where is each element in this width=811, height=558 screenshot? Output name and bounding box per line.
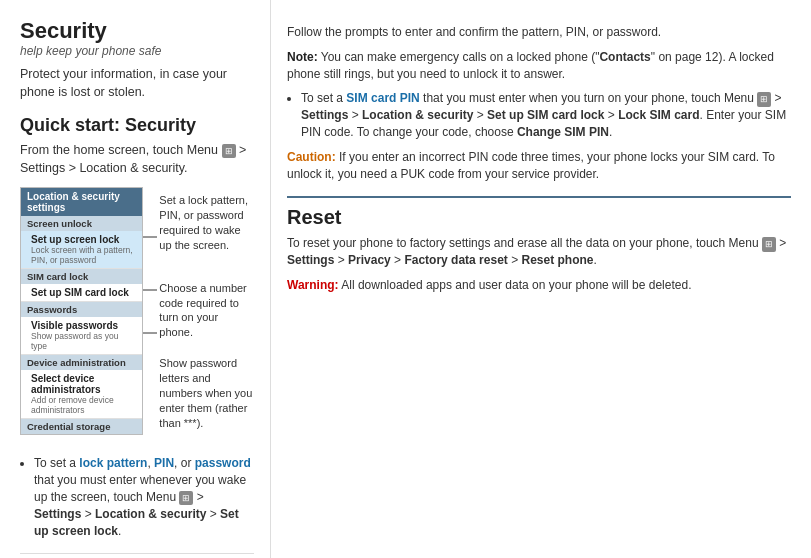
page-title: Security (20, 18, 254, 44)
phone-section-credential: Credential storage (21, 419, 142, 434)
phone-item-visible-passwords: Visible passwords Show password as you t… (21, 317, 142, 355)
lock-pattern-link[interactable]: lock pattern (79, 456, 147, 470)
warning-text: All downloaded apps and user data on you… (341, 278, 691, 292)
annotation-wrapper: Location & security settings Screen unlo… (20, 187, 254, 445)
phone-section-passwords: Passwords (21, 302, 142, 317)
subtitle: help keep your phone safe (20, 44, 254, 58)
phone-section-sim: SIM card lock (21, 269, 142, 284)
left-column: Security help keep your phone safe Prote… (0, 0, 270, 558)
intro-text: Protect your information, in case your p… (20, 66, 254, 101)
menu-icon: ⊞ (222, 144, 236, 159)
warning-label: Warning: (287, 278, 339, 292)
bullet-list: To set a lock pattern, PIN, or password … (20, 455, 254, 539)
quickstart-title: Quick start: Security (20, 115, 254, 136)
contacts-link: Contacts (599, 50, 650, 64)
warning-block: Warning: All downloaded apps and user da… (287, 277, 791, 294)
phone-header: Location & security settings (21, 188, 142, 216)
sim-card-pin-link[interactable]: SIM card PIN (346, 91, 419, 105)
caution-label: Caution: (287, 150, 336, 164)
caution-text: If you enter an incorrect PIN code three… (287, 150, 775, 181)
page-number-line: 26 Security (20, 553, 254, 558)
right-bullet-list: To set a SIM card PIN that you must ente… (287, 90, 791, 140)
menu-icon-3: ⊞ (757, 92, 771, 107)
note-text: You can make emergency calls on a locked… (287, 50, 774, 81)
annot-text-1: Set a lock pattern, PIN, or password req… (159, 193, 254, 252)
caution-block: Caution: If you enter an incorrect PIN c… (287, 149, 791, 183)
annotation-texts: Set a lock pattern, PIN, or password req… (157, 187, 254, 430)
right-bullet-item-sim: To set a SIM card PIN that you must ente… (301, 90, 791, 140)
note-block: Note: You can make emergency calls on a … (287, 49, 791, 83)
pin-link[interactable]: PIN (154, 456, 174, 470)
bullet-item-1: To set a lock pattern, PIN, or password … (34, 455, 254, 539)
phone-item-sim-lock: Set up SIM card lock (21, 284, 142, 302)
reset-text: To reset your phone to factory settings … (287, 235, 791, 269)
menu-icon-2: ⊞ (179, 491, 193, 506)
note-label: Note: (287, 50, 318, 64)
phone-item-device-admin: Select device administrators Add or remo… (21, 370, 142, 419)
annot-text-3: Show password letters and numbers when y… (159, 356, 254, 430)
quickstart-intro: From the home screen, touch Menu ⊞ > Set… (20, 142, 254, 177)
follow-text: Follow the prompts to enter and confirm … (287, 24, 791, 41)
right-column: Follow the prompts to enter and confirm … (270, 0, 811, 558)
phone-section-device-admin: Device administration (21, 355, 142, 370)
annot-text-2: Choose a number code required to turn on… (159, 281, 254, 340)
phone-section-screen-unlock: Screen unlock (21, 216, 142, 231)
phone-screenshot: Location & security settings Screen unlo… (20, 187, 143, 435)
phone-item-screen-lock: Set up screen lock Lock screen with a pa… (21, 231, 142, 269)
annotation-lines-svg (143, 215, 157, 375)
menu-icon-4: ⊞ (762, 237, 776, 252)
reset-title: Reset (287, 196, 791, 229)
password-link[interactable]: password (195, 456, 251, 470)
